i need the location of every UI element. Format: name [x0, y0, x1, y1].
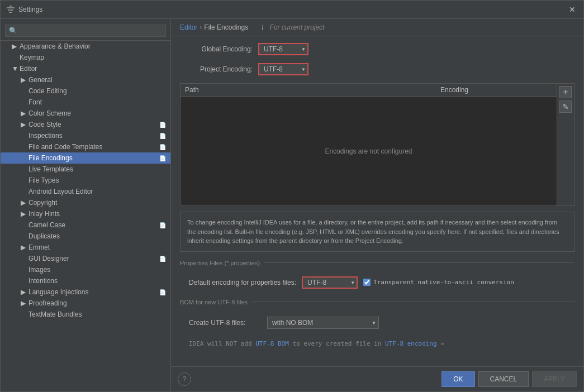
- bottom-bar: ? OK CANCEL APPLY: [171, 366, 583, 391]
- svg-rect-0: [10, 6, 12, 7]
- search-bar: [1, 21, 170, 41]
- global-encoding-label: Global Encoding:: [180, 45, 253, 53]
- global-encoding-dropdown-wrapper: UTF-8: [258, 43, 308, 55]
- bottom-buttons: OK CANCEL APPLY: [441, 371, 577, 387]
- add-encoding-button[interactable]: +: [559, 86, 572, 98]
- table-header: Path Encoding: [181, 84, 557, 97]
- sidebar-item-proofreading[interactable]: ▶ Proofreading: [1, 298, 170, 309]
- title-bar: Settings ✕: [1, 1, 583, 19]
- settings-dialog: Settings ✕ ▶ Appearance & Behavior Keyma…: [0, 0, 584, 392]
- sidebar-item-label: Intentions: [29, 277, 58, 285]
- svg-rect-1: [7, 7, 15, 8]
- arrow-icon: ▶: [21, 199, 27, 207]
- page-icon: 📄: [159, 133, 166, 139]
- sidebar-item-label: Inspections: [29, 132, 63, 140]
- close-button[interactable]: ✕: [567, 4, 578, 15]
- content-area: ▶ Appearance & Behavior Keymap ▼ Editor …: [1, 19, 583, 391]
- transparent-conversion-checkbox[interactable]: [363, 279, 371, 286]
- sidebar-item-editor[interactable]: ▼ Editor: [1, 63, 170, 74]
- page-icon: 📄: [159, 144, 166, 150]
- cancel-button[interactable]: CANCEL: [478, 371, 529, 387]
- global-encoding-dropdown[interactable]: UTF-8: [258, 43, 308, 55]
- page-icon: 📄: [159, 256, 166, 262]
- sidebar-item-textmate-bundles[interactable]: TextMate Bundles: [1, 309, 170, 320]
- project-encoding-label: Project Encoding:: [180, 65, 253, 73]
- utf-bom-dropdown[interactable]: with NO BOM: [267, 317, 379, 329]
- arrow-icon: ▶: [21, 288, 27, 296]
- sidebar-item-label: Color Scheme: [29, 109, 71, 117]
- description-box: To change encoding IntelliJ IDEA uses fo…: [180, 212, 574, 252]
- arrow-icon: ▶: [21, 109, 27, 117]
- properties-section-label: Properties Files (*.properties): [180, 260, 260, 266]
- arrow-icon: ▼: [12, 65, 18, 73]
- sidebar-item-android-layout-editor[interactable]: Android Layout Editor: [1, 186, 170, 197]
- arrow-icon: ▶: [21, 210, 27, 218]
- sidebar-item-label: Language Injections: [29, 288, 88, 296]
- sidebar-item-keymap[interactable]: Keymap: [1, 52, 170, 63]
- sidebar-item-file-types[interactable]: File Types: [1, 175, 170, 186]
- project-encoding-row: Project Encoding: UTF-8: [180, 63, 574, 75]
- sidebar-item-file-code-templates[interactable]: File and Code Templates 📄: [1, 141, 170, 152]
- properties-section-divider: Properties Files (*.properties): [180, 260, 574, 266]
- global-encoding-row: Global Encoding: UTF-8: [180, 43, 574, 55]
- sidebar-item-label: Duplicates: [29, 232, 60, 240]
- svg-rect-5: [262, 27, 263, 30]
- sidebar-item-gui-designer[interactable]: GUI Designer 📄: [1, 253, 170, 264]
- sidebar-item-images[interactable]: Images: [1, 264, 170, 275]
- sidebar-item-label: Copyright: [29, 199, 57, 207]
- sidebar-item-intentions[interactable]: Intentions: [1, 275, 170, 286]
- sidebar-item-file-encodings[interactable]: File Encodings 📄: [1, 152, 170, 164]
- edit-encoding-button[interactable]: ✎: [559, 101, 572, 113]
- project-encoding-dropdown[interactable]: UTF-8: [258, 63, 308, 75]
- page-icon: 📄: [159, 289, 166, 295]
- sidebar-item-label: GUI Designer: [29, 255, 69, 262]
- utf8-highlight: UTF-8 encoding: [385, 340, 437, 347]
- page-icon: 📄: [159, 222, 166, 228]
- sidebar-item-label: General: [29, 76, 53, 84]
- page-icon: 📄: [159, 122, 166, 128]
- sidebar-item-label: Proofreading: [29, 299, 67, 307]
- sidebar-item-code-style[interactable]: ▶ Code Style 📄: [1, 119, 170, 130]
- sidebar-item-label: Font: [29, 98, 42, 106]
- sidebar-item-inlay-hints[interactable]: ▶ Inlay Hints: [1, 208, 170, 219]
- table-col-path-header: Path: [185, 86, 440, 94]
- sidebar-item-general[interactable]: ▶ General: [1, 74, 170, 85]
- sidebar-item-label: File Encodings: [29, 154, 73, 162]
- sidebar-item-appearance[interactable]: ▶ Appearance & Behavior: [1, 41, 170, 52]
- props-encoding-dropdown[interactable]: UTF-8: [302, 276, 358, 289]
- sidebar-item-label: Appearance & Behavior: [20, 42, 91, 50]
- sidebar-item-copyright[interactable]: ▶ Copyright: [1, 197, 170, 208]
- main-content: Global Encoding: UTF-8 Project Encoding:…: [171, 36, 583, 366]
- search-input[interactable]: [5, 25, 166, 37]
- sidebar-item-label: Code Style: [29, 121, 61, 128]
- page-icon: 📄: [159, 155, 166, 161]
- sidebar-item-font[interactable]: Font: [1, 97, 170, 108]
- sidebar: ▶ Appearance & Behavior Keymap ▼ Editor …: [1, 19, 171, 391]
- sidebar-item-label: Code Editing: [29, 87, 67, 95]
- sidebar-item-language-injections[interactable]: ▶ Language Injections 📄: [1, 286, 170, 298]
- breadcrumb-parent[interactable]: Editor: [180, 23, 197, 31]
- properties-divider-line: [264, 262, 574, 263]
- help-button[interactable]: ?: [178, 372, 191, 386]
- apply-button[interactable]: APPLY: [532, 371, 577, 387]
- default-encoding-row: Default encoding for properties files: U…: [180, 276, 574, 289]
- create-utf-label: Create UTF-8 files:: [189, 319, 262, 327]
- table-col-encoding-header: Encoding: [440, 86, 552, 94]
- sidebar-item-live-templates[interactable]: Live Templates: [1, 164, 170, 175]
- sidebar-item-duplicates[interactable]: Duplicates: [1, 231, 170, 242]
- sidebar-item-emmet[interactable]: ▶ Emmet: [1, 242, 170, 253]
- ok-button[interactable]: OK: [441, 371, 474, 387]
- svg-rect-4: [262, 25, 263, 26]
- sidebar-item-inspections[interactable]: Inspections 📄: [1, 130, 170, 141]
- sidebar-item-label: Images: [29, 266, 50, 274]
- create-utf-row: Create UTF-8 files: with NO BOM: [180, 317, 574, 329]
- sidebar-item-camel-case[interactable]: Camel Case 📄: [1, 219, 170, 231]
- breadcrumb: Editor › File Encodings For current proj…: [171, 19, 583, 36]
- breadcrumb-info: For current project: [259, 23, 324, 31]
- sidebar-item-label: Editor: [20, 65, 37, 73]
- bom-section-label: BOM for new UTF-8 files: [180, 299, 248, 305]
- sidebar-item-label: Keymap: [20, 54, 44, 61]
- arrow-icon: ▶: [21, 76, 27, 84]
- sidebar-item-code-editing[interactable]: Code Editing: [1, 85, 170, 97]
- sidebar-item-color-scheme[interactable]: ▶ Color Scheme: [1, 108, 170, 119]
